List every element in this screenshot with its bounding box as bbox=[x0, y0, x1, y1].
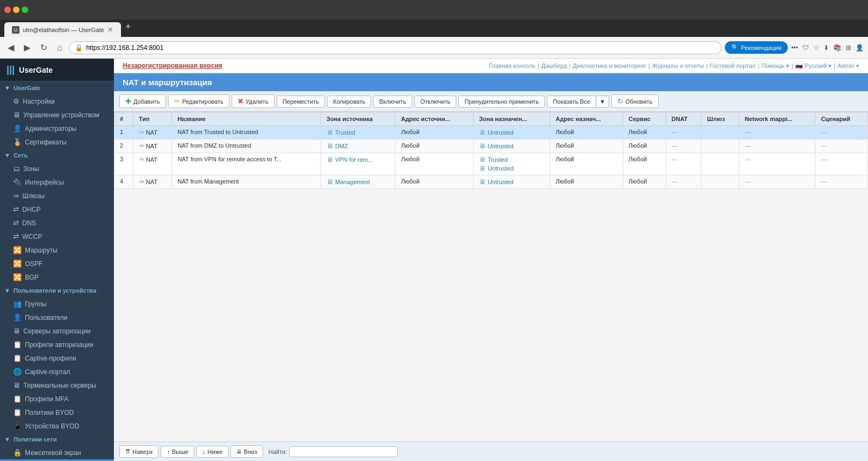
logo-icon: ||| bbox=[7, 64, 15, 75]
find-input[interactable] bbox=[289, 446, 398, 457]
sidebar-item-zones[interactable]: 🗂 Зоны bbox=[0, 162, 114, 175]
nat-table: # Тип Название Зона источника Адрес исто… bbox=[114, 112, 868, 189]
nav-admin[interactable]: Admin ▾ bbox=[838, 62, 859, 70]
page-title: NAT и маршрутизация bbox=[123, 78, 212, 87]
edit-button[interactable]: ✏ Редактировать bbox=[168, 94, 229, 108]
refresh-button[interactable]: ↻ Обновить bbox=[611, 94, 659, 108]
sidebar-item-mfa-profiles[interactable]: 📋 Профили MFA bbox=[0, 392, 114, 406]
nav-diagnostics[interactable]: Диагностика и мониторинг bbox=[573, 62, 646, 69]
nav-help[interactable]: Помощь ▾ bbox=[762, 62, 790, 70]
cell-name: NAT from Trusted to Untrusted bbox=[172, 126, 321, 140]
sidebar-item-interfaces[interactable]: 🔌 Интерфейсы bbox=[0, 175, 114, 189]
sidebar-group-usergate[interactable]: ▼ UserGate bbox=[0, 81, 114, 94]
table-row[interactable]: 4 ⇒ NAT NAT from Management 🖥 Managemen bbox=[114, 175, 868, 189]
sidebar-item-bgp[interactable]: 🔀 BGP bbox=[0, 270, 114, 284]
recommend-icon: 🔍 bbox=[731, 44, 739, 51]
home-button[interactable]: ⌂ bbox=[54, 41, 66, 55]
sidebar-item-byod-devices[interactable]: 📱 Устройства BYOD bbox=[0, 419, 114, 433]
find-label: Найти: bbox=[269, 449, 287, 455]
sidebar-item-ospf[interactable]: 🔀 OSPF bbox=[0, 257, 114, 270]
cell-dst-addr: Любой bbox=[550, 140, 623, 153]
show-all-button[interactable]: Показать Все bbox=[547, 96, 596, 108]
sidebar-item-captive-profiles[interactable]: 📋 Captive-профили bbox=[0, 351, 114, 365]
star-icon[interactable]: ☆ bbox=[813, 44, 819, 52]
sidebar-item-certificates[interactable]: 🏅 Сертификаты bbox=[0, 135, 114, 149]
ospf-icon: 🔀 bbox=[13, 260, 22, 268]
browser-toolbar: ◀ ▶ ↻ ⌂ 🔒 🔍 Рекомендация ••• 🛡 ☆ ⬇ 📚 ⊞ 👤 bbox=[0, 37, 868, 59]
app-container: ||| UserGate ▼ UserGate ⚙ Настройки 🖥 Уп… bbox=[0, 59, 868, 461]
refresh-button[interactable]: ↻ bbox=[37, 40, 50, 55]
sidebar-item-byod-policies[interactable]: 📋 Политики BYOD bbox=[0, 406, 114, 419]
new-tab-button[interactable]: + bbox=[121, 19, 136, 35]
nav-journals[interactable]: Журналы и отчеты bbox=[652, 62, 704, 69]
tab-close-button[interactable]: ✕ bbox=[107, 26, 113, 34]
captive-portal-icon: 🌐 bbox=[13, 368, 22, 376]
col-scenario: Сценарий bbox=[815, 112, 868, 126]
nav-dashboard[interactable]: Дашборд bbox=[541, 62, 567, 69]
sidebar-logo-text: UserGate bbox=[19, 66, 53, 74]
sidebar-item-gateways[interactable]: ⇒ Шлюзы bbox=[0, 189, 114, 203]
force-apply-button[interactable]: Принудительно применить bbox=[458, 96, 545, 108]
cell-network-map: — bbox=[739, 140, 815, 153]
cell-num: 3 bbox=[114, 153, 133, 175]
address-bar[interactable] bbox=[86, 44, 716, 52]
nav-main-console[interactable]: Главная консоль bbox=[489, 62, 535, 69]
nav-bottom-button[interactable]: ⇊ Вниз bbox=[231, 445, 263, 458]
table-row[interactable]: 1 ⇒ NAT NAT from Trusted to Untrusted 🖥 bbox=[114, 126, 868, 140]
sidebar-group-network-policies[interactable]: ▼ Политики сети bbox=[0, 433, 114, 446]
nav-guest-portal[interactable]: Гостевой портал bbox=[710, 62, 755, 69]
users-icon: 👤 bbox=[13, 313, 22, 321]
cell-gateway bbox=[701, 153, 739, 175]
nav-top-button[interactable]: ⇈ Наверх bbox=[119, 445, 158, 458]
move-button[interactable]: Переместить bbox=[277, 96, 325, 108]
nav-lang[interactable]: 🇷🇺 Русский ▾ bbox=[795, 62, 832, 70]
unregistered-label[interactable]: Незарегистрированная версия bbox=[123, 62, 222, 70]
sidebar-item-terminal-servers[interactable]: 🖥 Терминальные серверы bbox=[0, 378, 114, 392]
sidebar-item-wccp[interactable]: ⇄ WCCP bbox=[0, 230, 114, 243]
cell-service: Любой bbox=[623, 175, 666, 189]
add-button[interactable]: ✚ Добавить bbox=[119, 94, 166, 108]
table-row[interactable]: 2 ⇒ NAT NAT from DMZ to Untrusted 🖥 DMZ bbox=[114, 140, 868, 153]
sidebar-item-dhcp[interactable]: ⇄ DHCP bbox=[0, 203, 114, 216]
sidebar-item-auth-servers[interactable]: 🖥 Серверы авторизации bbox=[0, 324, 114, 338]
cell-type: ⇒ NAT bbox=[133, 140, 171, 153]
sidebar-item-users[interactable]: 👤 Пользователи bbox=[0, 311, 114, 324]
users-arrow-icon: ▼ bbox=[4, 287, 10, 294]
delete-button[interactable]: ✖ Удалить bbox=[232, 94, 275, 108]
table-row[interactable]: 3 ⇒ NAT NAT from VPN for remote access t… bbox=[114, 153, 868, 175]
sidebar-item-firewall[interactable]: 🔒 Межсетевой экран bbox=[0, 446, 114, 459]
copy-button[interactable]: Копировать bbox=[327, 96, 371, 108]
enable-button[interactable]: Включить bbox=[373, 96, 412, 108]
sidebar-item-settings[interactable]: ⚙ Настройки bbox=[0, 94, 114, 108]
sidebar-item-dns[interactable]: ⇄ DNS bbox=[0, 216, 114, 230]
nav-down-button[interactable]: ↓ Ниже bbox=[196, 446, 228, 458]
sidebar-item-auth-profiles[interactable]: 📋 Профили авторизации bbox=[0, 338, 114, 351]
browser-tab[interactable]: U utm@elathaoftsin — UserGate ✕ bbox=[4, 22, 121, 37]
routes-icon: 🔀 bbox=[13, 246, 22, 254]
add-icon: ✚ bbox=[125, 97, 131, 105]
sidebar-item-device-management[interactable]: 🖥 Управление устройством bbox=[0, 108, 114, 122]
cell-dst-zone: 🖥 Untrusted bbox=[473, 126, 550, 140]
sidebar-group-users[interactable]: ▼ Пользователи и устройства bbox=[0, 284, 114, 297]
back-button[interactable]: ◀ bbox=[4, 40, 17, 55]
sidebar-item-groups[interactable]: 👥 Группы bbox=[0, 297, 114, 311]
col-src-addr: Адрес источни... bbox=[395, 112, 474, 126]
gateways-icon: ⇒ bbox=[13, 192, 19, 200]
cell-num: 1 bbox=[114, 126, 133, 140]
zone-dst-icon2: 🖥 bbox=[479, 165, 486, 172]
sidebar-item-routes[interactable]: 🔀 Маршруты bbox=[0, 243, 114, 257]
show-all-arrow[interactable]: ▼ bbox=[596, 96, 609, 108]
sidebar-group-network[interactable]: ▼ Сеть bbox=[0, 149, 114, 162]
sidebar-item-captive-portal[interactable]: 🌐 Captive-портал bbox=[0, 365, 114, 378]
show-all-dropdown[interactable]: Показать Все ▼ bbox=[547, 96, 609, 108]
nav-up-button[interactable]: ↑ Выше bbox=[161, 446, 194, 458]
more-icon[interactable]: ••• bbox=[791, 44, 798, 52]
forward-button[interactable]: ▶ bbox=[21, 40, 34, 55]
sidebar-item-admins[interactable]: 👤 Администраторы bbox=[0, 122, 114, 135]
recommend-button[interactable]: 🔍 Рекомендация bbox=[725, 41, 788, 54]
disable-button[interactable]: Отключить bbox=[414, 96, 457, 108]
zone-dst-icon: 🖥 bbox=[479, 129, 486, 136]
refresh-icon: ↻ bbox=[617, 97, 623, 105]
col-service: Сервис bbox=[623, 112, 666, 126]
cert-icon: 🏅 bbox=[13, 138, 22, 146]
